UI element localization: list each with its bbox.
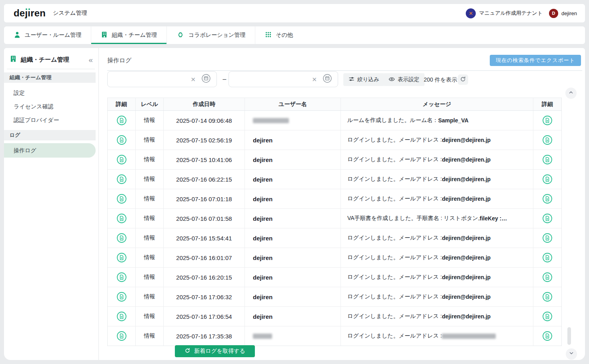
chevron-up-icon xyxy=(568,90,574,97)
row-detail-button[interactable] xyxy=(542,213,553,224)
tab-collaboration-management[interactable]: コラボレーション管理 xyxy=(167,26,255,44)
document-icon xyxy=(116,331,127,341)
document-icon xyxy=(542,233,553,243)
tenant-avatar[interactable]: ✕ xyxy=(466,8,476,18)
row-detail-button[interactable] xyxy=(116,252,127,263)
row-detail-button[interactable] xyxy=(542,194,553,204)
log-datetime: 2025-07-16 06:22:15 xyxy=(164,170,245,189)
user-avatar[interactable]: D xyxy=(549,9,558,18)
row-detail-button[interactable] xyxy=(116,272,127,282)
row-detail-button[interactable] xyxy=(116,115,127,126)
log-level: 情報 xyxy=(136,209,164,228)
calendar-icon[interactable] xyxy=(201,74,211,85)
tab-label: 組織・チーム管理 xyxy=(112,32,157,39)
log-user: dejiren xyxy=(245,228,341,248)
filter-button[interactable]: 絞り込み xyxy=(343,73,385,86)
log-message: VA手順書を作成しました。手順書名 : リストボタン, fileKey :… xyxy=(341,209,533,228)
row-detail-button[interactable] xyxy=(116,154,127,165)
row-detail-button[interactable] xyxy=(542,135,553,145)
export-button[interactable]: 現在の検索条件でエクスポート xyxy=(490,55,581,66)
log-user xyxy=(245,326,341,346)
document-icon xyxy=(116,252,127,263)
log-datetime: 2025-07-16 16:01:07 xyxy=(164,248,245,267)
document-icon xyxy=(116,194,127,204)
row-detail-button[interactable] xyxy=(116,311,127,322)
display-settings-button[interactable]: 表示設定 xyxy=(383,73,425,86)
log-datetime: 2025-07-16 07:01:18 xyxy=(164,189,245,208)
table-row: 情報 2025-07-16 07:01:58 dejiren VA手順書を作成し… xyxy=(108,209,561,228)
row-detail-button[interactable] xyxy=(542,115,553,126)
row-detail-button[interactable] xyxy=(542,252,553,263)
log-message: ルームを作成しました。ルーム名：Sample_VA xyxy=(341,111,533,130)
row-detail-button[interactable] xyxy=(542,331,553,341)
column-header-level: レベル xyxy=(136,98,164,110)
row-detail-button[interactable] xyxy=(542,292,553,302)
log-level: 情報 xyxy=(136,150,164,169)
tab-organization-team-management[interactable]: 組織・チーム管理 xyxy=(91,26,167,44)
clear-icon[interactable]: ✕ xyxy=(190,76,196,82)
building-icon xyxy=(10,55,17,64)
log-level: 情報 xyxy=(136,228,164,248)
chevron-down-icon xyxy=(569,350,574,358)
refresh-button[interactable] xyxy=(458,74,468,85)
log-datetime: 2025-07-16 17:06:32 xyxy=(164,287,245,306)
log-user: dejiren xyxy=(245,150,341,169)
row-detail-button[interactable] xyxy=(116,174,127,184)
document-icon xyxy=(116,311,127,322)
sidebar-item-settings[interactable]: 設定 xyxy=(4,87,96,98)
row-detail-button[interactable] xyxy=(542,154,553,165)
document-icon xyxy=(116,292,127,302)
logo-part: de xyxy=(14,8,25,19)
row-detail-button[interactable] xyxy=(542,233,553,243)
row-detail-button[interactable] xyxy=(116,135,127,145)
calendar-icon[interactable] xyxy=(323,74,332,85)
log-message: ログインしました。メールアドレス : dejiren@dejiren.jp xyxy=(341,189,533,208)
sidebar-item-license[interactable]: ライセンス確認 xyxy=(4,101,96,112)
row-detail-button[interactable] xyxy=(542,311,553,322)
row-detail-button[interactable] xyxy=(116,292,127,302)
clear-icon[interactable]: ✕ xyxy=(312,76,317,82)
sliders-icon xyxy=(349,76,355,83)
main-area: 操作ログ 現在の検索条件でエクスポート ✕ – ✕ 絞り込み 表示設 xyxy=(99,48,585,360)
row-detail-button[interactable] xyxy=(542,174,553,184)
table-row: 情報 2025-07-16 16:20:15 dejiren ログインしました。… xyxy=(108,268,561,287)
sidebar-item-operation-log[interactable]: 操作ログ xyxy=(4,143,96,158)
log-message: ログインしました。メールアドレス : xyxy=(341,326,533,346)
refresh-icon xyxy=(184,348,190,355)
tab-others[interactable]: その他 xyxy=(255,26,303,44)
document-icon xyxy=(542,292,553,302)
table-row: 情報 2025-07-16 15:54:41 dejiren ログインしました。… xyxy=(108,228,561,248)
log-datetime: 2025-07-15 02:56:19 xyxy=(164,130,245,150)
log-level: 情報 xyxy=(136,307,164,326)
log-level: 情報 xyxy=(136,326,164,346)
scroll-down-button[interactable] xyxy=(566,348,577,360)
sidebar-item-auth-provider[interactable]: 認証プロバイダー xyxy=(4,114,96,126)
page-title: 操作ログ xyxy=(107,57,132,64)
date-from-input[interactable]: ✕ xyxy=(107,71,217,87)
tab-user-room-management[interactable]: ユーザー・ルーム管理 xyxy=(4,26,91,44)
row-detail-button[interactable] xyxy=(116,194,127,204)
row-detail-button[interactable] xyxy=(116,331,127,341)
log-datetime: 2025-07-16 17:35:38 xyxy=(164,326,245,346)
document-icon xyxy=(116,154,127,165)
date-to-input[interactable]: ✕ xyxy=(228,71,338,87)
result-count: 200 件を表示 xyxy=(424,73,457,86)
row-detail-button[interactable] xyxy=(116,213,127,224)
log-message: ログインしました。メールアドレス : dejiren@dejiren.jp xyxy=(341,248,533,267)
person-icon xyxy=(14,31,21,40)
scroll-up-button[interactable] xyxy=(565,88,577,99)
document-icon xyxy=(116,115,127,126)
row-detail-button[interactable] xyxy=(116,233,127,243)
logo-part: ȷ xyxy=(25,8,28,19)
log-datetime: 2025-07-15 10:41:06 xyxy=(164,150,245,169)
document-icon xyxy=(542,174,553,184)
table-row: 情報 2025-07-16 07:01:18 dejiren ログインしました。… xyxy=(108,189,561,209)
log-message: ログインしました。メールアドレス : dejiren@dejiren.jp xyxy=(341,228,533,248)
row-detail-button[interactable] xyxy=(542,272,553,282)
table-header-row: 詳細 レベル 作成日時 ユーザー名 メッセージ 詳細 xyxy=(108,98,561,111)
sidebar-section-organization: 組織・チーム管理 xyxy=(4,72,96,83)
user-name: dejiren xyxy=(561,10,577,16)
scrollbar-thumb[interactable] xyxy=(567,327,571,345)
collapse-sidebar-icon[interactable]: « xyxy=(88,56,93,64)
fetch-new-logs-button[interactable]: 新着ログを取得する xyxy=(175,345,255,357)
